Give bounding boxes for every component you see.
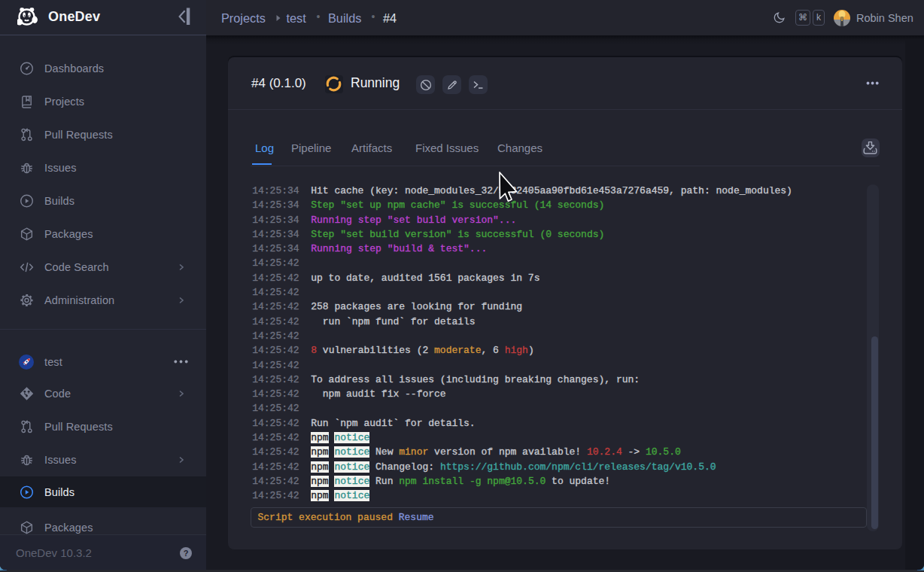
- svg-text:?: ?: [184, 549, 189, 558]
